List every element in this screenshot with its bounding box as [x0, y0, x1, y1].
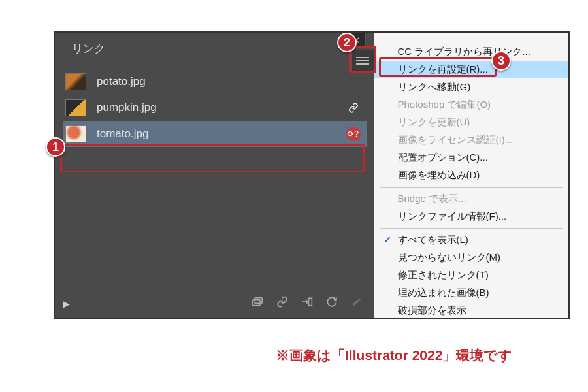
menu-item[interactable]: リンクへ移動(G) — [374, 78, 568, 96]
svg-rect-0 — [252, 300, 259, 306]
menu-item: Bridge で表示... — [374, 190, 568, 208]
callout-1: 1 — [46, 137, 65, 157]
callout-2: 2 — [337, 33, 357, 52]
menu-separator — [380, 228, 563, 229]
edit-original-icon[interactable] — [348, 297, 366, 310]
link-filename: pumpkin.jpg — [97, 101, 336, 114]
hamburger-icon — [356, 55, 369, 67]
menu-separator — [380, 187, 563, 188]
linked-icon — [346, 101, 361, 115]
menu-item[interactable]: 画像を埋め込み(D) — [374, 167, 568, 184]
svg-rect-1 — [255, 298, 262, 304]
menu-item[interactable]: 配置オプション(C)... — [374, 149, 568, 167]
menu-item[interactable]: リンクファイル情報(F)... — [374, 208, 568, 225]
relink-cc-icon[interactable] — [248, 297, 267, 310]
app-frame: ✕ リンク potato.jpg pumpkin.jpg tomato.jpg — [54, 31, 570, 319]
panel-footer: ▶ — [55, 289, 374, 318]
menu-item: リンクを更新(U) — [374, 114, 568, 131]
relink-icon[interactable] — [273, 296, 291, 311]
callout-3: 3 — [491, 51, 511, 71]
environment-note: ※画象は「Illustrator 2022」環境です — [276, 346, 512, 365]
links-list: potato.jpg pumpkin.jpg tomato.jpg ⟳? — [55, 63, 374, 289]
menu-item[interactable]: 見つからないリンク(M) — [374, 249, 568, 267]
thumbnail — [65, 73, 86, 90]
thumbnail — [65, 125, 86, 142]
menu-item[interactable]: CC ライブラリから再リンク... — [374, 43, 568, 61]
goto-link-icon[interactable] — [298, 296, 316, 311]
update-link-icon[interactable] — [323, 296, 341, 311]
menu-item: Photoshop で編集(O) — [374, 96, 568, 114]
menu-item[interactable]: リンクを再設定(R)... — [374, 61, 568, 78]
link-row[interactable]: potato.jpg — [63, 69, 367, 95]
link-filename: potato.jpg — [97, 75, 365, 88]
svg-rect-2 — [308, 298, 312, 305]
link-filename: tomato.jpg — [97, 127, 336, 140]
link-row-selected[interactable]: tomato.jpg ⟳? — [63, 121, 367, 147]
menu-item[interactable]: 埋め込まれた画像(B) — [374, 284, 568, 302]
panel-header: リンク — [55, 33, 374, 63]
links-panel: ✕ リンク potato.jpg pumpkin.jpg tomato.jpg — [55, 33, 374, 318]
menu-item[interactable]: 修正されたリンク(T) — [374, 267, 568, 284]
link-row[interactable]: pumpkin.jpg — [63, 95, 367, 121]
menu-item: 画像をライセンス認証(I)... — [374, 131, 568, 149]
missing-link-icon: ⟳? — [346, 127, 361, 141]
menu-item[interactable]: 破損部分を表示 — [374, 302, 568, 318]
panel-title[interactable]: リンク — [67, 39, 110, 58]
expand-arrow[interactable]: ▶ — [63, 299, 70, 309]
menu-item[interactable]: すべてを表示(L) — [374, 231, 568, 249]
panel-flyout-menu: CC ライブラリから再リンク...リンクを再設定(R)...リンクへ移動(G)P… — [374, 33, 568, 318]
thumbnail — [65, 99, 86, 116]
